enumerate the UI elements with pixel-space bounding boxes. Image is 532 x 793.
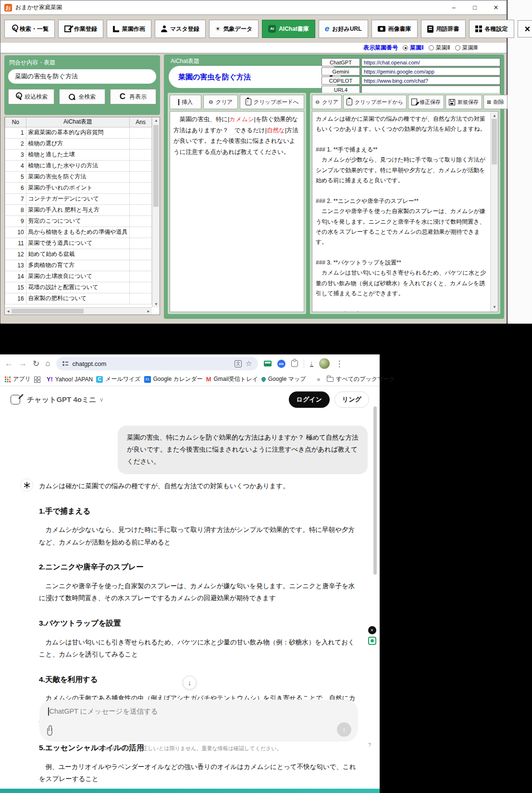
table-row[interactable]: 15花壇の設計と配置について xyxy=(5,282,152,293)
back-icon[interactable]: ← xyxy=(5,359,13,368)
bookmark-star-icon[interactable]: ☆ xyxy=(246,359,252,368)
insert-button[interactable]: 挿入 xyxy=(170,95,201,109)
scroll-to-bottom-button[interactable]: ↓ xyxy=(183,676,197,690)
aichat-title-box[interactable]: 菜園の害虫を防ぐ方法 xyxy=(169,66,341,88)
help-icon[interactable]: ? xyxy=(368,742,371,748)
reload-icon[interactable]: ↻ xyxy=(33,359,39,369)
translate-icon[interactable]: 文 xyxy=(235,360,242,367)
radio-garden-3[interactable]: 菜園Ⅲ xyxy=(455,44,478,52)
toolbar-garden-draw-button[interactable]: 菜園作画 xyxy=(107,20,151,38)
save-new-button[interactable]: 新規保存 xyxy=(445,95,482,109)
site-settings-icon[interactable] xyxy=(62,360,69,367)
home-icon[interactable]: ⌂ xyxy=(45,359,50,368)
table-row[interactable]: 14菜園の土壌改良について xyxy=(5,271,152,282)
attach-paperclip-icon[interactable] xyxy=(47,728,52,736)
table-vertical-scrollbar[interactable]: ▲▼ xyxy=(152,117,160,307)
from-clipboard-button[interactable]: ↓クリップボードから xyxy=(343,95,407,109)
copilot-url-button[interactable]: COPILOT xyxy=(322,76,360,85)
response-textarea[interactable]: カメムシは確かに菜園での悩みの種ですが、自然な方法での対策もいくつかあります。い… xyxy=(312,111,498,312)
table-row[interactable]: 9剪定のこつについて xyxy=(5,215,152,227)
send-button[interactable]: ↑ xyxy=(337,722,351,737)
table-row[interactable]: 12始めて始める盆栽 xyxy=(5,249,152,260)
message-composer[interactable]: ChatGPT にメッセージを送信する ↑ xyxy=(39,700,358,742)
copilot-url-input[interactable]: https://www.bing.com/chat? xyxy=(361,76,500,85)
gemini-url-input[interactable]: https://gemini.google.com/app xyxy=(361,67,500,76)
table-row[interactable]: 1家庭菜園の基本的な内容質問 xyxy=(5,127,152,138)
new-chat-icon[interactable] xyxy=(11,395,20,404)
query-input[interactable]: 菜園の害虫を防ぐ方法 xyxy=(8,69,156,84)
filter-search-button[interactable]: 絞込検索 xyxy=(8,89,54,104)
table-row[interactable]: 16自家製の肥料について xyxy=(5,293,152,304)
table-row[interactable]: 13多肉植物の育て方 xyxy=(5,260,152,271)
bookmark-mailwise[interactable]: Cメールワイズ xyxy=(96,375,140,383)
toolbar-work-register-button[interactable]: 作業登録 xyxy=(58,20,103,38)
radio-garden-1[interactable]: 菜園Ⅰ xyxy=(403,44,423,52)
widget-close-icon[interactable]: × xyxy=(368,626,376,634)
chatgpt-url-input[interactable]: https://chat.openai.com/ xyxy=(361,58,500,66)
model-selector[interactable]: チャットGPT 4oミニ xyxy=(27,395,97,404)
address-bar[interactable]: chatgpt.com 文 ☆ xyxy=(56,357,258,370)
bookmark-maps[interactable]: Google マップ xyxy=(261,375,306,383)
table-row[interactable]: 3植物と適した土壌 xyxy=(5,149,152,160)
bookmark-gmail[interactable]: MGmail受信トレイ xyxy=(206,375,258,383)
table-row[interactable]: 11菜園で使う道具について xyxy=(5,238,152,249)
download-icon[interactable]: ↓ xyxy=(310,360,313,367)
table-row[interactable]: 4植物に適した水やりの方法 xyxy=(5,160,152,171)
extensions-puzzle-icon[interactable] xyxy=(291,360,298,367)
toolbar-search-list-button[interactable]: 検索・一覧 xyxy=(4,20,55,38)
toolbar-weather-button[interactable]: ☀気象データ xyxy=(209,20,259,38)
widget-capture-icon[interactable] xyxy=(368,637,376,645)
prompt-clear-button[interactable]: ⊖クリア xyxy=(203,95,238,109)
response-scrollbar[interactable]: ▲▼ xyxy=(490,112,498,312)
chatgpt-url-button[interactable]: ChatGPT xyxy=(322,58,360,66)
table-row[interactable]: 10鳥から植物をまもるための準備や道具 xyxy=(5,227,152,238)
refresh-button[interactable]: C再表示 xyxy=(110,89,156,104)
scroll-down-icon[interactable]: ▼ xyxy=(154,302,158,306)
scroll-right-icon[interactable]: ► xyxy=(147,309,150,314)
scrollbar-thumb[interactable] xyxy=(12,309,84,314)
save-edit-button[interactable]: 修正保存 xyxy=(408,95,444,109)
toolbar-image-library-button[interactable]: 画像書庫 xyxy=(371,20,418,38)
bookmarks-overflow-chevron[interactable]: » xyxy=(317,376,321,383)
toolbar-favorite-url-button[interactable]: eお好みURL xyxy=(319,20,368,38)
extension-zoom-icon[interactable]: zm xyxy=(277,360,285,368)
full-search-button[interactable]: 全検索 xyxy=(59,89,105,104)
page-scrollbar-thumb[interactable] xyxy=(373,406,377,575)
table-row[interactable]: 6菜園の手いれのポイント xyxy=(5,182,152,193)
toolbar-glossary-button[interactable]: 用語辞書 xyxy=(421,20,466,38)
bookmark-grid[interactable] xyxy=(34,377,40,382)
signup-button[interactable]: リング xyxy=(334,391,369,408)
scroll-left-icon[interactable]: ◄ xyxy=(6,309,10,314)
scroll-up-icon[interactable]: ▲ xyxy=(154,118,158,123)
forward-icon[interactable]: → xyxy=(19,359,27,368)
prompt-textarea[interactable]: 菜園の害虫、特に|カメムシ|を防ぐ効果的な方法はありますか？ できるだけ|自然な… xyxy=(170,111,304,312)
to-clipboard-button[interactable]: ↑クリップボードへ xyxy=(240,95,304,109)
bookmark-calendar[interactable]: 31Google カレンダー xyxy=(144,375,203,383)
exit-button[interactable]: ×終了 xyxy=(518,20,532,38)
bookmark-apps[interactable]: アプリ xyxy=(5,375,31,383)
menu-kebab-icon[interactable]: ⋮ xyxy=(335,359,344,369)
toolbar-aichat-library-button[interactable]: AIAIChat書庫 xyxy=(262,20,315,38)
bookmark-yahoo[interactable]: Y!Yahoo! JAPAN xyxy=(47,376,93,383)
minimize-icon[interactable]: – xyxy=(443,0,464,15)
response-clear-button[interactable]: ⊖クリア xyxy=(312,95,342,109)
table-row[interactable]: 8菜園の手入れ 肥料と与え方 xyxy=(5,204,152,215)
scroll-down-icon[interactable]: ▼ xyxy=(493,304,496,311)
gemini-url-button[interactable]: Gemini xyxy=(322,67,360,76)
delete-button[interactable]: ⊠削除 xyxy=(483,95,507,109)
profile-avatar[interactable] xyxy=(319,358,330,369)
address-url[interactable]: chatgpt.com xyxy=(73,360,231,367)
table-row[interactable]: 7コンテナガーデンについて xyxy=(5,193,152,204)
maximize-icon[interactable]: □ xyxy=(464,0,485,15)
scrollbar-thumb[interactable] xyxy=(153,125,159,207)
table-horizontal-scrollbar[interactable]: ◄► xyxy=(5,307,152,315)
extension-screen-icon[interactable] xyxy=(264,361,272,366)
table-row[interactable]: 2植物の選び方 xyxy=(5,138,152,149)
toolbar-settings-button[interactable]: 各種設定 xyxy=(469,20,514,38)
toolbar-master-register-button[interactable]: マスタ登録 xyxy=(155,20,206,38)
radio-garden-2[interactable]: 菜園Ⅱ xyxy=(429,44,450,52)
bookmark-all-bookmarks[interactable]: すべてのブックマーク xyxy=(327,375,395,383)
scrollbar-thumb[interactable] xyxy=(492,119,497,164)
login-button[interactable]: ログイン xyxy=(289,391,330,408)
table-row[interactable]: 5菜園の害虫を防ぐ方法 xyxy=(5,171,152,182)
